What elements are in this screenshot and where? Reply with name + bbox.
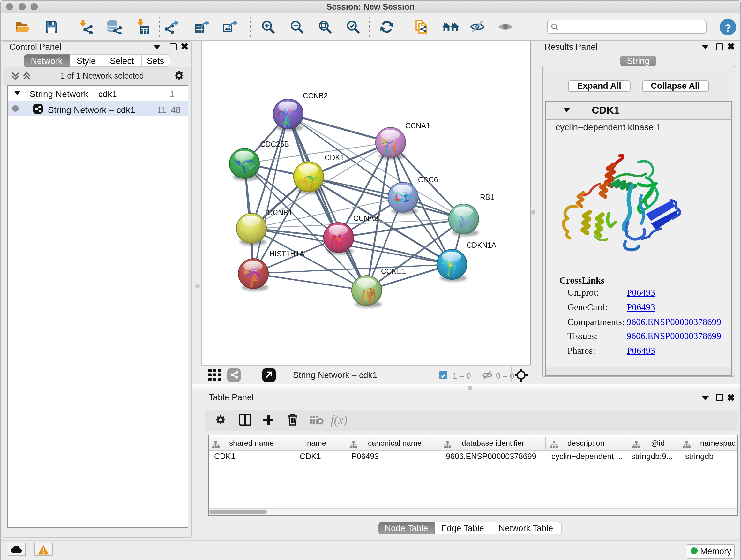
svg-text:CCNB1: CCNB1	[267, 208, 292, 217]
svg-text:?: ?	[724, 21, 731, 34]
svg-text:RB1: RB1	[480, 193, 494, 201]
svg-text:CDC25B: CDC25B	[260, 140, 289, 148]
svg-text:CCNA1: CCNA1	[405, 122, 430, 130]
svg-text:CCNA2: CCNA2	[353, 214, 378, 223]
svg-text:CDK1: CDK1	[325, 153, 344, 162]
svg-text:HIST1H1A: HIST1H1A	[269, 250, 305, 258]
svg-text:CCNB2: CCNB2	[303, 91, 328, 100]
svg-text:CDC6: CDC6	[418, 176, 438, 184]
svg-text:CCNE1: CCNE1	[381, 267, 406, 275]
svg-text:CDKN1A: CDKN1A	[467, 241, 496, 249]
